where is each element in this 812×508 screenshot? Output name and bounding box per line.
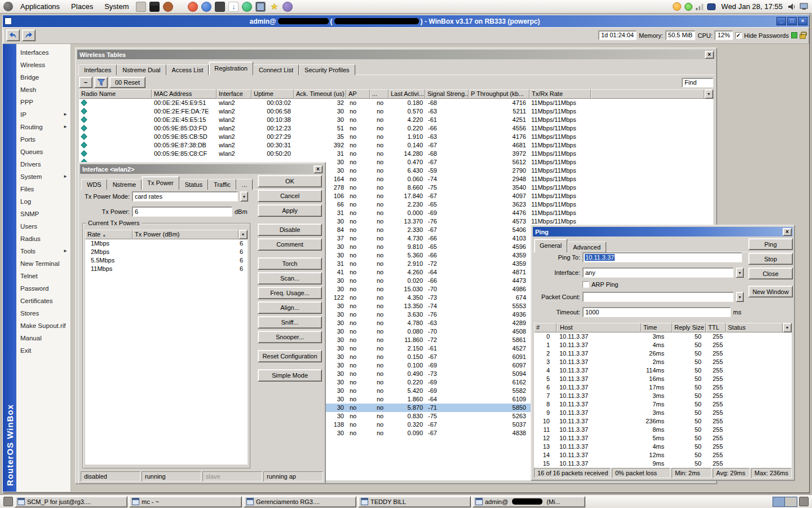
- sidebar-item[interactable]: Manual: [16, 332, 70, 344]
- star-icon[interactable]: ★: [269, 2, 279, 12]
- sidebar-item[interactable]: Certificates: [16, 295, 70, 307]
- dialog-button[interactable]: Sniff...: [258, 316, 322, 329]
- tab[interactable]: Status: [179, 179, 208, 190]
- tab[interactable]: Security Profiles: [299, 64, 355, 75]
- dialog-button[interactable]: OK: [258, 175, 322, 187]
- dialog-button[interactable]: Simple Mode: [258, 369, 322, 382]
- tx-power-mode-select[interactable]: card rates: [132, 191, 238, 202]
- tab[interactable]: WDS: [81, 179, 107, 190]
- sidebar-item[interactable]: New Terminal: [16, 257, 70, 270]
- dropdown-arrow-icon[interactable]: ▼: [240, 191, 248, 202]
- dropdown-arrow-icon[interactable]: ▼: [736, 268, 744, 278]
- earth-icon[interactable]: [242, 2, 252, 12]
- display-icon[interactable]: [255, 2, 266, 12]
- dialog-button[interactable]: Comment: [258, 238, 322, 251]
- ping-result-row[interactable]: 12 10.11.3.37 5ms 50 255: [534, 434, 792, 443]
- ping-result-row[interactable]: 4 10.11.3.37 114ms 50 255: [534, 366, 792, 375]
- tab[interactable]: Nstreme Dual: [117, 64, 166, 75]
- download-icon[interactable]: ↓: [228, 2, 239, 12]
- interface-dialog-titlebar[interactable]: Interface <wlan2> ×: [80, 164, 324, 174]
- interface-select[interactable]: any: [582, 268, 734, 278]
- chat-icon[interactable]: [283, 2, 293, 12]
- ping-result-row[interactable]: 3 10.11.3.37 2ms 50 255: [534, 358, 792, 366]
- brightness-icon[interactable]: [673, 2, 681, 11]
- sidebar-item[interactable]: Mesh: [16, 84, 70, 96]
- undo-button[interactable]: [6, 29, 20, 41]
- maximize-button[interactable]: □: [787, 17, 797, 25]
- registration-row[interactable]: 00:05:9E:85:CB:5D wlan2 00:27:29 35 no n…: [79, 133, 713, 141]
- dialog-button[interactable]: Apply: [258, 204, 322, 217]
- sidebar-item[interactable]: Stores: [16, 307, 70, 319]
- ping-result-row[interactable]: 10 10.11.3.37 236ms 50 255: [534, 417, 792, 426]
- tab[interactable]: Access List: [166, 64, 209, 75]
- update-ok-icon[interactable]: [685, 3, 692, 11]
- tab[interactable]: Connect List: [253, 64, 299, 75]
- registration-row[interactable]: 00:0E:2E:FE:DA:7E wlan2 00:06:58 30 no n…: [79, 107, 713, 116]
- tab[interactable]: ...: [236, 179, 253, 190]
- column-header[interactable]: Ack. Timeout (us): [294, 89, 346, 99]
- column-selector-icon[interactable]: ▼: [704, 89, 713, 99]
- sidebar-item[interactable]: Tools ►: [16, 245, 70, 257]
- sidebar-item[interactable]: Wireless: [16, 59, 70, 71]
- ping-titlebar[interactable]: Ping ×: [533, 227, 793, 237]
- dropdown-arrow-icon[interactable]: ▼: [736, 292, 744, 302]
- sidebar-item[interactable]: Radius: [16, 233, 70, 245]
- tx-power-row[interactable]: 5.5Mbps 6: [85, 256, 248, 265]
- sidebar-item[interactable]: Password: [16, 282, 70, 295]
- hide-passwords-checkbox[interactable]: ✓: [735, 32, 742, 39]
- column-header[interactable]: MAC Address: [152, 89, 217, 99]
- dialog-button[interactable]: Freq. Usage...: [258, 287, 322, 299]
- gnome-menu-icon[interactable]: [3, 2, 13, 11]
- sidebar-item[interactable]: SNMP: [16, 208, 70, 220]
- ping-result-row[interactable]: 11 10.11.3.37 8ms 50 255: [534, 426, 792, 434]
- taskbar-window-button[interactable]: TEDDY BILL: [358, 496, 471, 507]
- tx-power-input[interactable]: 6: [132, 207, 232, 217]
- close-icon[interactable]: ×: [783, 228, 792, 236]
- ping-result-row[interactable]: 14 10.11.3.37 12ms 50 255: [534, 451, 792, 459]
- terminal-icon[interactable]: [149, 2, 160, 12]
- ping-result-row[interactable]: 5 10.11.3.37 16ms 50 255: [534, 375, 792, 383]
- column-header[interactable]: Uptime: [251, 89, 294, 99]
- column-header[interactable]: ...: [370, 89, 389, 99]
- ping-result-row[interactable]: 0 10.11.3.37 3ms 50 255: [534, 332, 792, 341]
- sidebar-item[interactable]: Users: [16, 220, 70, 233]
- volume-icon[interactable]: [788, 3, 796, 10]
- dialog-button[interactable]: Disable: [258, 224, 322, 236]
- trash-icon[interactable]: [799, 497, 809, 506]
- ping-result-row[interactable]: 1 10.11.3.37 4ms 50 255: [534, 341, 792, 349]
- sidebar-item[interactable]: Interfaces: [16, 46, 70, 59]
- tab[interactable]: General: [534, 239, 567, 252]
- dialog-button[interactable]: Cancel: [258, 190, 322, 202]
- dialog-button[interactable]: Ping: [748, 238, 793, 250]
- column-header[interactable]: Last Activi...: [389, 89, 425, 99]
- display-settings-icon[interactable]: [800, 3, 809, 10]
- dialog-button[interactable]: Align...: [258, 301, 322, 314]
- registration-row[interactable]: 00:0E:2E:45:E5:15 wlan2 00:10:38 30 no n…: [79, 116, 713, 124]
- sidebar-item[interactable]: Make Supout.rif: [16, 319, 70, 332]
- column-header[interactable]: Time: [641, 323, 672, 332]
- taskbar-window-button[interactable]: SCM_P for just@rg3....: [15, 496, 127, 507]
- column-header[interactable]: TTL: [706, 323, 726, 332]
- sidebar-item[interactable]: Drivers: [16, 158, 70, 170]
- sidebar-item[interactable]: IP ►: [16, 108, 70, 121]
- dialog-button[interactable]: Reset Configuration: [258, 350, 322, 362]
- minimize-button[interactable]: _: [776, 17, 786, 25]
- ping-result-row[interactable]: 9 10.11.3.37 3ms 50 255: [534, 409, 792, 417]
- help-icon[interactable]: [163, 2, 173, 12]
- registration-row[interactable]: 00:05:9E:87:38:DB wlan2 00:30:31 392 no …: [79, 141, 713, 150]
- tab[interactable]: Advanced: [567, 242, 606, 252]
- ping-to-input[interactable]: 10.11.3.37: [582, 252, 742, 262]
- panel-menu[interactable]: System: [100, 2, 133, 11]
- dialog-button[interactable]: New Window: [748, 286, 793, 297]
- column-header[interactable]: P Throughput (kb...: [469, 89, 529, 99]
- column-header[interactable]: AP: [346, 89, 370, 99]
- sidebar-item[interactable]: Log: [16, 195, 70, 208]
- window-list-icon[interactable]: [3, 497, 13, 506]
- red-app-icon[interactable]: [188, 2, 198, 12]
- taskbar-window-button[interactable]: mc - ~: [129, 496, 242, 507]
- close-button[interactable]: ×: [798, 17, 807, 25]
- tab[interactable]: Tx Power: [142, 176, 179, 190]
- dialog-button[interactable]: Close: [748, 268, 793, 279]
- ping-result-row[interactable]: 2 10.11.3.37 26ms 50 255: [534, 349, 792, 358]
- redo-button[interactable]: [22, 29, 36, 41]
